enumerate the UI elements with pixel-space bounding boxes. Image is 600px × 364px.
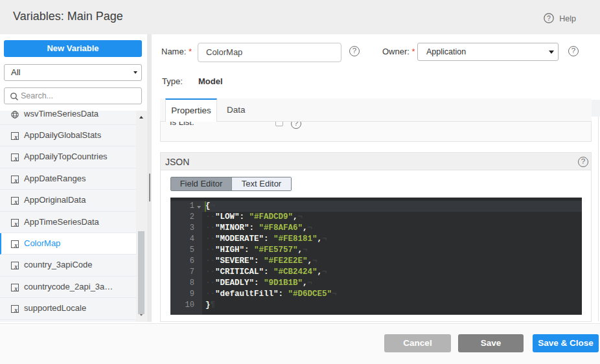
svg-text:x: x: [14, 221, 17, 227]
svg-text:x: x: [14, 242, 17, 249]
svg-text:x: x: [14, 264, 17, 270]
svg-text:x: x: [14, 307, 17, 313]
svg-text:x: x: [14, 199, 17, 205]
svg-text:x: x: [14, 134, 17, 141]
svg-text:?: ?: [547, 14, 551, 22]
svg-text:x: x: [14, 155, 17, 162]
svg-text:x: x: [14, 177, 17, 184]
svg-text:x: x: [14, 286, 17, 292]
